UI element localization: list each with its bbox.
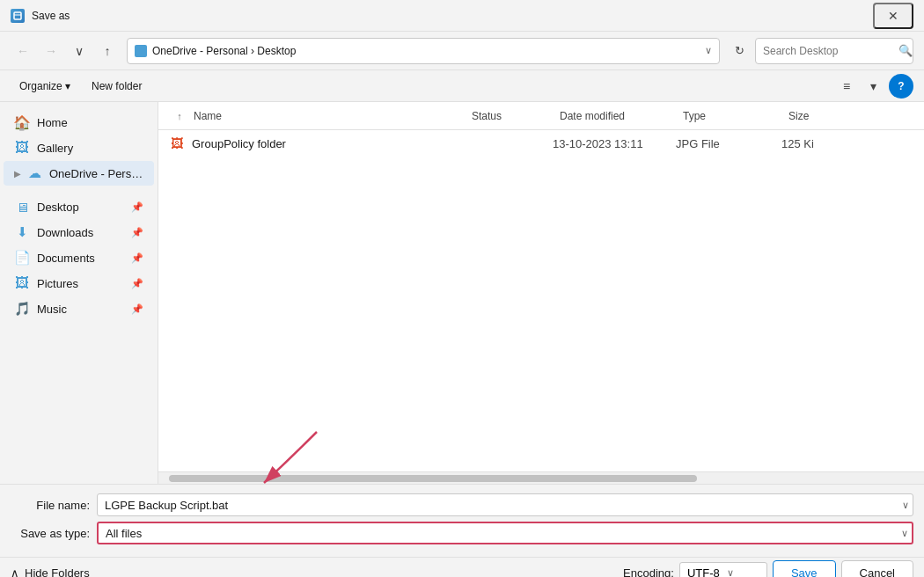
address-bar[interactable]: OneDrive - Personal › Desktop ∨ [127, 38, 720, 64]
file-icon: 🖼 [169, 135, 185, 151]
refresh-button[interactable]: ↻ [727, 39, 752, 63]
file-name-input-wrapper[interactable]: LGPE Backup Script.bat ∨ [97, 493, 913, 516]
sidebar-item-home[interactable]: 🏠 Home [4, 110, 154, 135]
file-item[interactable]: 🖼 GroupPolicy folder 13-10-2023 13:11 JP… [158, 130, 924, 157]
file-item-name: GroupPolicy folder [192, 137, 465, 150]
file-item-date: 13-10-2023 13:11 [553, 137, 676, 150]
col-status-header: Status [472, 110, 560, 122]
pin-icon: 📌 [131, 227, 143, 238]
sidebar-item-onedrive[interactable]: ▶ ☁ OneDrive - Pers… [4, 161, 154, 186]
sidebar-divider [0, 186, 158, 194]
back-button[interactable]: ← [11, 39, 35, 63]
address-path: OneDrive - Personal › Desktop [152, 45, 700, 57]
view-buttons: ≡ ▾ [834, 75, 885, 98]
col-name-header: Name [190, 110, 472, 122]
sidebar-item-downloads[interactable]: ⬇ Downloads 📌 [4, 220, 154, 245]
recent-locations-button[interactable]: ∨ [67, 39, 92, 63]
svg-rect-0 [14, 12, 21, 19]
hide-folders-icon: ∧ [11, 566, 19, 577]
scrollbar-thumb[interactable] [169, 475, 697, 482]
search-input[interactable] [763, 45, 895, 57]
sidebar-item-gallery[interactable]: 🖼 Gallery [4, 135, 154, 160]
file-area: ↑ Name Status Date modified Type Size 🖼 … [158, 102, 924, 484]
pin-icon: 📌 [131, 303, 143, 315]
toolbar: ← → ∨ ↑ OneDrive - Personal › Desktop ∨ … [0, 32, 924, 70]
save-button[interactable]: Save [773, 560, 836, 578]
file-item-type: JPG File [676, 137, 781, 150]
save-as-type-input-wrapper[interactable]: All files ∨ [97, 522, 913, 544]
col-type-header: Type [683, 110, 788, 122]
file-list: 🖼 GroupPolicy folder 13-10-2023 13:11 JP… [158, 130, 924, 471]
action-bar: Organize ▾ New folder ≡ ▾ ? [0, 70, 924, 102]
sidebar-item-label: Pictures [37, 277, 124, 290]
downloads-icon: ⬇ [14, 224, 30, 240]
save-as-type-row: Save as type: All files ∨ [11, 522, 913, 544]
file-name-chevron[interactable]: ∨ [902, 500, 909, 511]
save-as-type-chevron[interactable]: ∨ [901, 528, 908, 539]
main-content: 🏠 Home 🖼 Gallery ▶ ☁ OneDrive - Pers… 🖥 … [0, 102, 924, 484]
address-bar-icon [135, 45, 147, 57]
hide-folders-label: Hide Folders [25, 566, 90, 577]
forward-button[interactable]: → [39, 39, 63, 63]
pin-icon: 📌 [131, 252, 143, 264]
sort-up-button[interactable]: ↑ [169, 106, 190, 127]
sidebar-item-label: Home [37, 116, 143, 129]
sidebar-item-label: Music [37, 303, 124, 316]
address-chevron[interactable]: ∨ [705, 45, 712, 56]
gallery-icon: 🖼 [14, 140, 30, 156]
col-size-header: Size [788, 110, 809, 122]
file-item-size: 125 Ki [781, 137, 814, 150]
search-box[interactable]: 🔍 [755, 38, 913, 64]
encoding-chevron: ∨ [727, 567, 734, 577]
sidebar-item-label: OneDrive - Pers… [49, 167, 143, 180]
sidebar-item-music[interactable]: 🎵 Music 📌 [4, 296, 154, 321]
sidebar-item-label: Gallery [37, 142, 143, 155]
sidebar-item-label: Downloads [37, 226, 124, 239]
close-button[interactable]: ✕ [873, 3, 913, 29]
bottom-form: File name: LGPE Backup Script.bat ∨ Save… [0, 484, 924, 557]
cancel-button[interactable]: Cancel [841, 560, 913, 578]
onedrive-icon: ☁ [26, 165, 42, 181]
expand-icon: ▶ [14, 169, 21, 179]
app-icon [11, 9, 25, 23]
hide-folders-button[interactable]: ∧ Hide Folders [11, 566, 90, 577]
status-bar: ∧ Hide Folders Encoding: UTF-8 ∨ Save Ca… [0, 557, 924, 577]
home-icon: 🏠 [14, 114, 30, 130]
window-title: Save as [32, 10, 70, 22]
sidebar-item-pictures[interactable]: 🖼 Pictures 📌 [4, 271, 154, 296]
horizontal-scrollbar[interactable] [158, 471, 924, 484]
music-icon: 🎵 [14, 301, 30, 317]
col-date-header: Date modified [560, 110, 683, 122]
file-list-header: ↑ Name Status Date modified Type Size [158, 102, 924, 130]
encoding-select[interactable]: UTF-8 ∨ [679, 562, 767, 578]
sidebar-item-label: Desktop [37, 201, 124, 214]
save-as-type-value: All files [106, 527, 901, 540]
help-button[interactable]: ? [889, 74, 913, 99]
title-bar-left: Save as [11, 9, 70, 23]
jpg-icon: 🖼 [171, 136, 183, 150]
sidebar-item-label: Documents [37, 252, 124, 265]
pin-icon: 📌 [131, 201, 143, 213]
desktop-icon: 🖥 [14, 199, 30, 215]
pin-icon: 📌 [131, 278, 143, 289]
documents-icon: 📄 [14, 250, 30, 266]
up-button[interactable]: ↑ [95, 39, 120, 63]
search-icon: 🔍 [898, 44, 913, 57]
view-toggle-button[interactable]: ≡ [834, 75, 859, 98]
save-as-type-label: Save as type: [11, 527, 90, 540]
file-name-value: LGPE Backup Script.bat [105, 499, 902, 512]
encoding-value: UTF-8 [687, 566, 720, 577]
file-name-label: File name: [11, 499, 90, 512]
sidebar-item-desktop[interactable]: 🖥 Desktop 📌 [4, 194, 154, 219]
sidebar-item-documents[interactable]: 📄 Documents 📌 [4, 245, 154, 270]
sidebar: 🏠 Home 🖼 Gallery ▶ ☁ OneDrive - Pers… 🖥 … [0, 102, 158, 484]
file-name-row: File name: LGPE Backup Script.bat ∨ [11, 493, 913, 516]
pictures-icon: 🖼 [14, 275, 30, 291]
organize-button[interactable]: Organize ▾ [11, 75, 79, 98]
encoding-label: Encoding: [623, 566, 674, 577]
title-bar: Save as ✕ [0, 0, 924, 32]
view-options-button[interactable]: ▾ [861, 75, 885, 98]
new-folder-button[interactable]: New folder [83, 75, 150, 98]
